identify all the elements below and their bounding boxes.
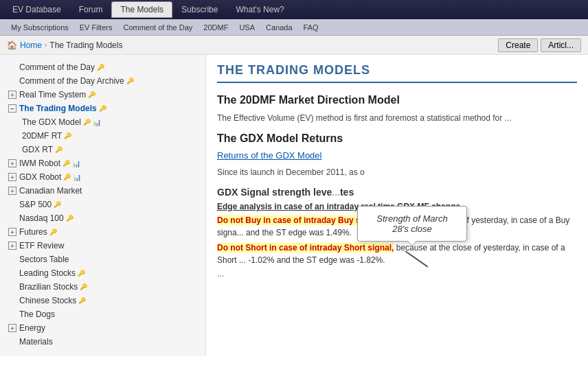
sidebar-item-trading-models[interactable]: − The Trading Models 🔑 [0, 102, 205, 115]
chart-icon: 📊 [93, 119, 101, 126]
sidebar: Comment of the Day 🔑 Comment of the Day … [0, 55, 206, 356]
sidebar-item-sectors-table[interactable]: Sectors Table [0, 253, 205, 266]
sidebar-label: Comment of the Day Archive [19, 76, 124, 86]
article-button[interactable]: Articl... [541, 38, 581, 52]
sidebar-item-comment-archive[interactable]: Comment of the Day Archive 🔑 [0, 74, 205, 88]
section2-subtitle[interactable]: Returns of the GDX Model [217, 150, 577, 161]
nav-the-models[interactable]: The Models [111, 1, 172, 18]
lock-icon: 🔑 [55, 146, 63, 153]
section1-title: The 20DMF Market Direction Model [217, 94, 577, 106]
lock-icon: 🔑 [78, 297, 86, 304]
sidebar-item-nasdaq100[interactable]: Nasdaq 100 🔑 [0, 211, 205, 225]
breadcrumb-separator: › [45, 41, 47, 49]
sec-nav-faq[interactable]: FAQ [298, 23, 324, 32]
sidebar-label: ETF Review [19, 241, 64, 250]
sidebar-label: GDX Robot [19, 172, 61, 182]
sidebar-label: 20DMF RT [22, 131, 62, 141]
lock-icon: 🔑 [66, 215, 74, 222]
page-title: THE TRADING MODELS [217, 63, 577, 83]
sidebar-item-materials[interactable]: Materials [0, 335, 205, 349]
lock-icon: 🔑 [63, 160, 70, 167]
sidebar-label: Canadian Market [19, 186, 82, 196]
lock-icon: 🔑 [64, 132, 71, 139]
signal-title-suffix: tes [340, 187, 354, 198]
sidebar-label: Futures [19, 227, 47, 237]
sidebar-label: The Trading Models [19, 104, 97, 113]
nav-subscribe[interactable]: Subscribe [172, 1, 227, 18]
sidebar-item-brazilian-stocks[interactable]: Brazilian Stocks 🔑 [0, 280, 205, 294]
sidebar-item-real-time[interactable]: + Real Time System 🔑 [0, 88, 205, 102]
create-button[interactable]: Create [498, 38, 538, 52]
sec-nav-canada[interactable]: Canada [260, 23, 298, 32]
expand-icon[interactable]: + [8, 228, 16, 236]
expand-icon[interactable]: + [8, 173, 16, 181]
sidebar-item-energy[interactable]: + Energy [0, 321, 205, 335]
sidebar-label: GDX RT [22, 145, 53, 154]
breadcrumb: 🏠 Home › The Trading Models [7, 40, 498, 50]
sec-nav-comment-of-day[interactable]: Comment of the Day [117, 23, 198, 32]
sidebar-label: The Dogs [19, 309, 55, 319]
nav-whats-new[interactable]: What's New? [227, 1, 293, 18]
sidebar-item-chinese-stocks[interactable]: Chinese Stocks 🔑 [0, 294, 205, 307]
sidebar-label: IWM Robot [19, 159, 60, 168]
lock-icon: 🔑 [97, 64, 104, 71]
lock-icon: 🔑 [49, 229, 57, 235]
sidebar-label: S&P 500 [19, 200, 52, 209]
section2-title: The GDX Model Returns [217, 132, 577, 145]
sidebar-label: Nasdaq 100 [19, 213, 64, 223]
sidebar-item-the-dogs[interactable]: The Dogs [0, 307, 205, 321]
sidebar-item-leading-stocks[interactable]: Leading Stocks 🔑 [0, 266, 205, 280]
lock-icon: 🔑 [63, 174, 71, 180]
section2-text: Since its launch in December 2011, as o [217, 166, 577, 178]
sidebar-item-gdx-rt[interactable]: GDX RT 🔑 [0, 143, 205, 156]
nav-forum[interactable]: Forum [70, 1, 112, 18]
chart-icon: 📊 [72, 160, 80, 167]
breadcrumb-current: The Trading Models [49, 40, 122, 50]
collapse-icon[interactable]: − [8, 104, 16, 113]
sidebar-label: Real Time System [19, 90, 86, 100]
signal-title-text: GDX Signal strength leve [217, 187, 332, 198]
section1-text: The Effective Volume (EV) method is firs… [217, 112, 577, 124]
sec-nav-20dmf[interactable]: 20DMF [198, 23, 234, 32]
sidebar-label: Sectors Table [19, 255, 69, 264]
sidebar-item-etf-review[interactable]: + ETF Review [0, 239, 205, 253]
tooltip-text: Strength of March 28's close [376, 213, 447, 234]
sec-nav-usa[interactable]: USA [234, 23, 260, 32]
signal2-highlight: Do not Short in case of intraday Short s… [217, 243, 394, 253]
lock-icon: 🔑 [126, 78, 134, 84]
lock-icon: 🔑 [83, 119, 91, 126]
sec-nav-my-subscriptions[interactable]: My Subscriptions [5, 23, 74, 32]
sidebar-item-gdx-model[interactable]: The GDX Model 🔑 📊 [0, 115, 205, 129]
sidebar-item-sp500[interactable]: S&P 500 🔑 [0, 198, 205, 211]
expand-icon[interactable]: + [8, 242, 16, 250]
sidebar-label: Materials [19, 337, 53, 347]
home-icon: 🏠 [7, 40, 17, 50]
section3-title: GDX Signal strength leve...tes [217, 187, 577, 198]
sidebar-item-comment-of-day[interactable]: Comment of the Day 🔑 [0, 60, 205, 74]
lock-icon: 🔑 [54, 201, 61, 208]
toolbar: Create Articl... [498, 38, 581, 52]
top-nav-bar: EV Database Forum The Models Subscribe W… [0, 0, 588, 19]
signal2-text: Do not Short in case of intraday Short s… [217, 242, 577, 266]
lock-icon: 🔑 [78, 270, 85, 277]
secondary-nav: My Subscriptions EV Filters Comment of t… [0, 19, 588, 36]
tooltip-bubble: Strength of March 28's close [357, 206, 467, 242]
sidebar-label: Comment of the Day [19, 62, 95, 72]
sidebar-item-canadian-market[interactable]: + Canadian Market [0, 184, 205, 198]
sidebar-item-20dmf-rt[interactable]: 20DMF RT 🔑 [0, 129, 205, 143]
breadcrumb-home-link[interactable]: Home [20, 40, 42, 50]
sidebar-label: Brazilian Stocks [19, 282, 78, 292]
main-layout: Comment of the Day 🔑 Comment of the Day … [0, 55, 588, 356]
expand-icon[interactable]: + [8, 324, 16, 332]
sec-nav-ev-filters[interactable]: EV Filters [74, 23, 118, 32]
sidebar-item-futures[interactable]: + Futures 🔑 [0, 225, 205, 239]
sidebar-item-gdx-robot[interactable]: + GDX Robot 🔑 📊 [0, 170, 205, 184]
lock-icon: 🔑 [99, 105, 106, 112]
sidebar-label: Leading Stocks [19, 268, 76, 278]
lock-icon: 🔑 [80, 283, 87, 290]
sidebar-item-iwm-robot[interactable]: + IWM Robot 🔑 📊 [0, 156, 205, 170]
expand-icon[interactable]: + [8, 159, 16, 167]
nav-ev-database[interactable]: EV Database [3, 1, 70, 18]
expand-icon[interactable]: + [8, 187, 16, 195]
expand-icon[interactable]: + [8, 91, 16, 99]
